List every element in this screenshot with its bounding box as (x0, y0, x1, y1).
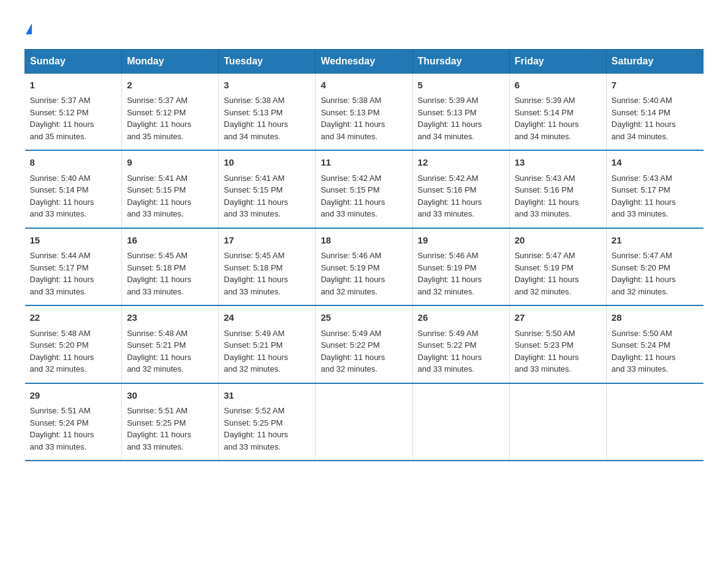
day-info: Sunrise: 5:41 AMSunset: 5:15 PMDaylight:… (127, 174, 191, 219)
column-header-wednesday: Wednesday (316, 49, 412, 73)
day-info: Sunrise: 5:37 AMSunset: 5:12 PMDaylight:… (30, 96, 94, 141)
day-info: Sunrise: 5:41 AMSunset: 5:15 PMDaylight:… (224, 174, 288, 219)
day-number: 30 (127, 389, 213, 403)
day-number: 17 (224, 234, 310, 248)
calendar-cell: 21Sunrise: 5:47 AMSunset: 5:20 PMDayligh… (606, 228, 703, 306)
day-number: 5 (418, 79, 504, 93)
day-info: Sunrise: 5:45 AMSunset: 5:18 PMDaylight:… (224, 251, 288, 296)
day-number: 28 (612, 311, 699, 325)
day-info: Sunrise: 5:51 AMSunset: 5:25 PMDaylight:… (127, 406, 191, 451)
day-info: Sunrise: 5:39 AMSunset: 5:14 PMDaylight:… (515, 96, 579, 141)
calendar-cell: 1Sunrise: 5:37 AMSunset: 5:12 PMDaylight… (25, 73, 122, 150)
day-number: 31 (224, 389, 310, 403)
day-info: Sunrise: 5:48 AMSunset: 5:21 PMDaylight:… (127, 329, 191, 374)
calendar-header-row: SundayMondayTuesdayWednesdayThursdayFrid… (25, 49, 703, 73)
day-info: Sunrise: 5:49 AMSunset: 5:21 PMDaylight:… (224, 329, 288, 374)
day-info: Sunrise: 5:49 AMSunset: 5:22 PMDaylight:… (418, 329, 482, 374)
calendar-cell: 8Sunrise: 5:40 AMSunset: 5:14 PMDaylight… (25, 150, 122, 228)
calendar-cell (412, 383, 509, 461)
day-info: Sunrise: 5:43 AMSunset: 5:16 PMDaylight:… (515, 174, 579, 219)
day-info: Sunrise: 5:50 AMSunset: 5:23 PMDaylight:… (515, 329, 579, 374)
day-info: Sunrise: 5:45 AMSunset: 5:18 PMDaylight:… (127, 251, 191, 296)
day-number: 23 (127, 311, 213, 325)
day-info: Sunrise: 5:38 AMSunset: 5:13 PMDaylight:… (224, 96, 288, 141)
day-info: Sunrise: 5:50 AMSunset: 5:24 PMDaylight:… (612, 329, 676, 374)
day-number: 8 (30, 156, 117, 170)
calendar-cell: 14Sunrise: 5:43 AMSunset: 5:17 PMDayligh… (606, 150, 703, 228)
day-number: 25 (320, 311, 407, 325)
calendar-cell: 17Sunrise: 5:45 AMSunset: 5:18 PMDayligh… (219, 228, 316, 306)
day-number: 19 (418, 234, 504, 248)
calendar-cell: 16Sunrise: 5:45 AMSunset: 5:18 PMDayligh… (122, 228, 219, 306)
calendar-week-row: 8Sunrise: 5:40 AMSunset: 5:14 PMDaylight… (25, 150, 703, 228)
day-info: Sunrise: 5:42 AMSunset: 5:15 PMDaylight:… (320, 174, 385, 219)
day-number: 2 (127, 79, 213, 93)
day-info: Sunrise: 5:37 AMSunset: 5:12 PMDaylight:… (127, 96, 191, 141)
calendar-week-row: 22Sunrise: 5:48 AMSunset: 5:20 PMDayligh… (25, 305, 703, 383)
calendar-cell: 9Sunrise: 5:41 AMSunset: 5:15 PMDaylight… (122, 150, 219, 228)
calendar-cell: 18Sunrise: 5:46 AMSunset: 5:19 PMDayligh… (316, 228, 412, 306)
day-number: 14 (612, 156, 699, 170)
calendar-cell: 26Sunrise: 5:49 AMSunset: 5:22 PMDayligh… (412, 305, 509, 383)
calendar-cell (316, 383, 412, 461)
column-header-friday: Friday (509, 49, 606, 73)
logo-general-line (25, 18, 32, 37)
calendar-cell: 12Sunrise: 5:42 AMSunset: 5:16 PMDayligh… (412, 150, 509, 228)
day-number: 24 (224, 311, 310, 325)
calendar-cell: 29Sunrise: 5:51 AMSunset: 5:24 PMDayligh… (25, 383, 122, 461)
day-info: Sunrise: 5:52 AMSunset: 5:25 PMDaylight:… (224, 406, 288, 451)
calendar-table: SundayMondayTuesdayWednesdayThursdayFrid… (25, 49, 703, 462)
calendar-cell: 25Sunrise: 5:49 AMSunset: 5:22 PMDayligh… (316, 305, 412, 383)
day-info: Sunrise: 5:42 AMSunset: 5:16 PMDaylight:… (418, 174, 482, 219)
day-info: Sunrise: 5:40 AMSunset: 5:14 PMDaylight:… (612, 96, 676, 141)
day-number: 18 (320, 234, 407, 248)
day-number: 13 (515, 156, 601, 170)
calendar-cell: 10Sunrise: 5:41 AMSunset: 5:15 PMDayligh… (219, 150, 316, 228)
column-header-tuesday: Tuesday (219, 49, 316, 73)
calendar-cell: 19Sunrise: 5:46 AMSunset: 5:19 PMDayligh… (412, 228, 509, 306)
calendar-cell: 2Sunrise: 5:37 AMSunset: 5:12 PMDaylight… (122, 73, 219, 150)
day-info: Sunrise: 5:39 AMSunset: 5:13 PMDaylight:… (418, 96, 482, 141)
day-info: Sunrise: 5:47 AMSunset: 5:19 PMDaylight:… (515, 251, 579, 296)
day-number: 6 (515, 79, 601, 93)
calendar-cell: 31Sunrise: 5:52 AMSunset: 5:25 PMDayligh… (219, 383, 316, 461)
calendar-cell: 15Sunrise: 5:44 AMSunset: 5:17 PMDayligh… (25, 228, 122, 306)
calendar-cell: 11Sunrise: 5:42 AMSunset: 5:15 PMDayligh… (316, 150, 412, 228)
day-number: 21 (612, 234, 699, 248)
day-number: 7 (612, 79, 699, 93)
column-header-thursday: Thursday (412, 49, 509, 73)
calendar-cell: 20Sunrise: 5:47 AMSunset: 5:19 PMDayligh… (509, 228, 606, 306)
day-number: 16 (127, 234, 213, 248)
calendar-week-row: 1Sunrise: 5:37 AMSunset: 5:12 PMDaylight… (25, 73, 703, 150)
calendar-cell: 13Sunrise: 5:43 AMSunset: 5:16 PMDayligh… (509, 150, 606, 228)
day-info: Sunrise: 5:44 AMSunset: 5:17 PMDaylight:… (30, 251, 94, 296)
day-info: Sunrise: 5:40 AMSunset: 5:14 PMDaylight:… (30, 174, 94, 219)
calendar-cell: 7Sunrise: 5:40 AMSunset: 5:14 PMDaylight… (606, 73, 703, 150)
day-info: Sunrise: 5:48 AMSunset: 5:20 PMDaylight:… (30, 329, 94, 374)
calendar-week-row: 29Sunrise: 5:51 AMSunset: 5:24 PMDayligh… (25, 383, 703, 461)
calendar-cell: 4Sunrise: 5:38 AMSunset: 5:13 PMDaylight… (316, 73, 412, 150)
logo-triangle-icon (26, 23, 32, 34)
day-info: Sunrise: 5:47 AMSunset: 5:20 PMDaylight:… (612, 251, 676, 296)
calendar-cell: 3Sunrise: 5:38 AMSunset: 5:13 PMDaylight… (219, 73, 316, 150)
calendar-cell (509, 383, 606, 461)
column-header-sunday: Sunday (25, 49, 122, 73)
day-number: 12 (418, 156, 504, 170)
day-number: 4 (320, 79, 407, 93)
day-info: Sunrise: 5:46 AMSunset: 5:19 PMDaylight:… (418, 251, 482, 296)
day-number: 26 (418, 311, 504, 325)
day-number: 27 (515, 311, 601, 325)
day-number: 29 (30, 389, 117, 403)
day-info: Sunrise: 5:49 AMSunset: 5:22 PMDaylight:… (320, 329, 385, 374)
logo (25, 18, 32, 37)
column-header-saturday: Saturday (606, 49, 703, 73)
page-header (25, 18, 703, 37)
calendar-week-row: 15Sunrise: 5:44 AMSunset: 5:17 PMDayligh… (25, 228, 703, 306)
calendar-cell: 6Sunrise: 5:39 AMSunset: 5:14 PMDaylight… (509, 73, 606, 150)
day-info: Sunrise: 5:46 AMSunset: 5:19 PMDaylight:… (320, 251, 385, 296)
day-info: Sunrise: 5:43 AMSunset: 5:17 PMDaylight:… (612, 174, 676, 219)
day-number: 22 (30, 311, 117, 325)
day-info: Sunrise: 5:38 AMSunset: 5:13 PMDaylight:… (320, 96, 385, 141)
day-number: 10 (224, 156, 310, 170)
column-header-monday: Monday (122, 49, 219, 73)
